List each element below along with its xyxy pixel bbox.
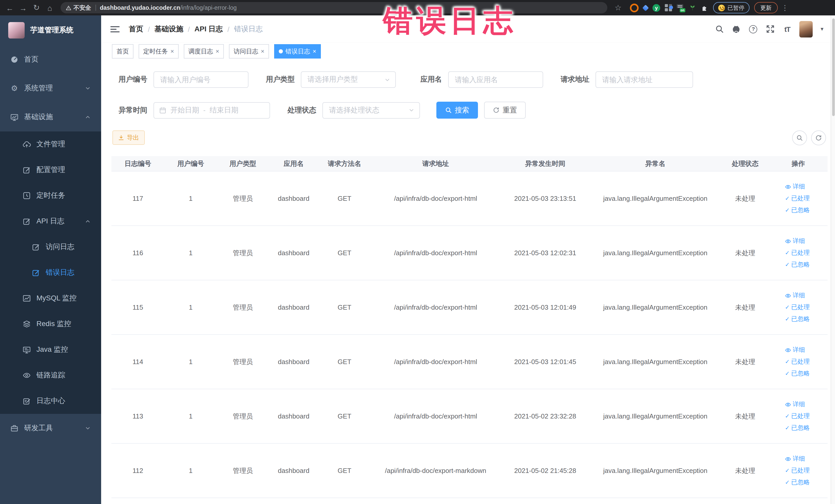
chevron-down-icon (85, 85, 91, 92)
tab-scheduled-tasks[interactable]: 定时任务 × (139, 44, 179, 59)
detail-link[interactable]: 详细 (785, 182, 812, 191)
cell-actions: 详细 ✓已处理 ✓已忽略 (769, 455, 828, 487)
sidebar-item-api-log[interactable]: API 日志 (0, 208, 101, 234)
detail-link[interactable]: 详细 (785, 346, 812, 354)
filter-user-id: 用户编号 (111, 72, 248, 88)
reset-button[interactable]: 重置 (484, 102, 526, 119)
sidebar-fold-icon[interactable] (110, 24, 120, 34)
cell-user-id: 1 (164, 467, 217, 475)
detail-link[interactable]: 详细 (785, 455, 812, 463)
bookmark-star-icon[interactable]: ☆ (611, 1, 625, 14)
scrollbar-thumb[interactable] (832, 19, 834, 116)
security-chip[interactable]: 不安全 (66, 4, 91, 12)
close-icon[interactable]: × (313, 48, 316, 55)
sidebar-item-mysql-monitor[interactable]: MySQL 监控 (0, 285, 101, 311)
sidebar-item-scheduled-tasks[interactable]: 定时任务 (0, 183, 101, 208)
detail-link[interactable]: 详细 (785, 237, 812, 245)
browser-home-icon[interactable]: ⌂ (43, 1, 57, 14)
java-monitor-icon (23, 346, 31, 354)
mark-processed-link[interactable]: ✓已处理 (785, 412, 812, 421)
close-icon[interactable]: × (216, 48, 219, 55)
detail-link[interactable]: 详细 (785, 400, 812, 409)
page-scrollbar[interactable] (831, 15, 835, 504)
breadcrumb-api-log[interactable]: API 日志 (195, 24, 223, 34)
mark-processed-link[interactable]: ✓已处理 (785, 303, 812, 312)
mark-processed-link[interactable]: ✓已处理 (785, 248, 812, 257)
sidebar: 芋道管理系统 首页 ⚙ 系统管理 基础设施 文件管理 (0, 15, 101, 504)
cell-app-name: dashboard (268, 249, 319, 257)
close-icon[interactable]: × (170, 48, 174, 55)
sidebar-submenu-infrastructure: 文件管理 配置管理 定时任务 API 日志 访问日志 (0, 132, 101, 414)
breadcrumb-home[interactable]: 首页 (129, 24, 143, 34)
sidebar-item-label: 链路追踪 (37, 371, 65, 380)
tab-schedule-log[interactable]: 调度日志 × (184, 44, 224, 59)
detail-link[interactable]: 详细 (785, 291, 812, 300)
browser-menu-icon[interactable]: ⋮ (781, 4, 789, 12)
extension-green-y-icon[interactable]: y (652, 4, 660, 12)
extension-on-badge-icon[interactable]: on (677, 4, 684, 11)
mark-processed-link[interactable]: ✓已处理 (785, 357, 812, 366)
font-size-icon[interactable]: tT (782, 24, 792, 34)
mark-ignored-link[interactable]: ✓已忽略 (785, 424, 812, 432)
sidebar-item-system-mgmt[interactable]: ⚙ 系统管理 (0, 74, 101, 103)
app-window: 芋道管理系统 首页 ⚙ 系统管理 基础设施 文件管理 (0, 15, 835, 504)
browser-back-icon[interactable]: ← (3, 1, 16, 14)
github-icon[interactable] (732, 24, 741, 34)
user-id-input[interactable] (154, 72, 248, 88)
sidebar-item-log-center[interactable]: 日志中心 (0, 388, 101, 414)
search-icon (445, 107, 452, 114)
extension-plant-icon[interactable] (689, 4, 696, 11)
mark-ignored-link[interactable]: ✓已忽略 (785, 260, 812, 269)
toggle-search-button[interactable] (792, 130, 807, 145)
tab-home[interactable]: 首页 (112, 44, 134, 59)
browser-update-button[interactable]: 更新 (754, 2, 778, 13)
close-icon[interactable]: × (261, 48, 264, 55)
mark-ignored-link[interactable]: ✓已忽略 (785, 206, 812, 215)
mark-ignored-link[interactable]: ✓已忽略 (785, 478, 812, 487)
sidebar-item-dev-tools[interactable]: 研发工具 (0, 414, 101, 443)
export-button[interactable]: 导出 (113, 130, 145, 145)
process-status-select[interactable]: 请选择处理状态 (322, 102, 420, 118)
search-icon[interactable] (715, 24, 724, 34)
browser-forward-icon[interactable]: → (16, 1, 30, 14)
mark-ignored-link[interactable]: ✓已忽略 (785, 315, 812, 323)
sidebar-item-error-log[interactable]: 错误日志 (0, 260, 101, 285)
breadcrumb-infrastructure[interactable]: 基础设施 (155, 24, 183, 34)
sidebar-item-java-monitor[interactable]: Java 监控 (0, 337, 101, 363)
extension-paused-badge[interactable]: 已暂停 (713, 2, 750, 13)
user-type-select[interactable]: 请选择用户类型 (301, 72, 396, 88)
fullscreen-icon[interactable] (766, 24, 775, 34)
extensions-puzzle-icon[interactable] (701, 4, 708, 11)
mark-processed-link[interactable]: ✓已处理 (785, 466, 812, 475)
tab-error-log[interactable]: 错误日志 × (274, 44, 321, 59)
extension-orange-ring-icon[interactable] (630, 3, 639, 12)
column-header-method: 请求方法名 (319, 159, 370, 168)
address-bar[interactable]: 不安全 dashboard.yudao.iocoder.cn/infra/log… (61, 2, 607, 13)
date-range-picker[interactable]: 开始日期 - 结束日期 (154, 102, 270, 118)
extension-grid-icon[interactable] (665, 4, 672, 11)
sidebar-logo[interactable]: 芋道管理系统 (0, 15, 101, 45)
sidebar-item-access-log[interactable]: 访问日志 (0, 234, 101, 260)
cell-app-name: dashboard (268, 195, 319, 202)
sidebar-item-tracing[interactable]: 链路追踪 (0, 363, 101, 388)
mark-ignored-link[interactable]: ✓已忽略 (785, 369, 812, 378)
user-avatar[interactable] (799, 21, 813, 37)
request-url-input[interactable] (595, 72, 693, 88)
sidebar-item-redis-monitor[interactable]: Redis 监控 (0, 311, 101, 337)
app-name-input[interactable] (448, 72, 543, 88)
tab-access-log[interactable]: 访问日志 × (229, 44, 269, 59)
user-menu-caret-icon[interactable]: ▾ (821, 26, 823, 32)
cell-method: GET (319, 195, 370, 202)
sidebar-item-home[interactable]: 首页 (0, 45, 101, 74)
sidebar-item-file-mgmt[interactable]: 文件管理 (0, 132, 101, 157)
select-placeholder: 请选择处理状态 (329, 105, 409, 115)
help-icon[interactable]: ? (749, 24, 758, 34)
refresh-table-button[interactable] (811, 130, 826, 145)
sidebar-item-infrastructure[interactable]: 基础设施 (0, 103, 101, 132)
browser-reload-icon[interactable]: ↻ (30, 1, 43, 14)
cell-user-type: 管理员 (217, 248, 268, 258)
mark-processed-link[interactable]: ✓已处理 (785, 194, 812, 203)
extension-blue-gem-icon[interactable] (642, 4, 649, 11)
search-button[interactable]: 搜索 (436, 102, 478, 119)
sidebar-item-config-mgmt[interactable]: 配置管理 (0, 157, 101, 183)
